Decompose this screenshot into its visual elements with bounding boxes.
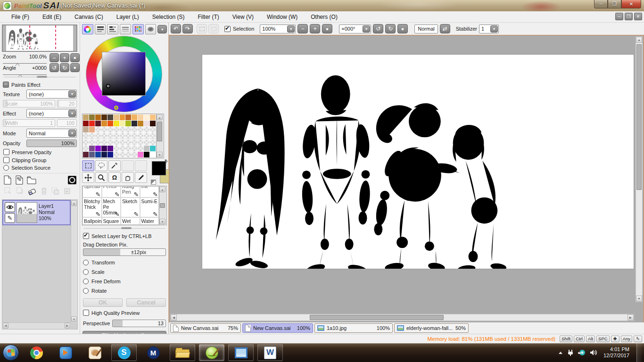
empty-swatch[interactable] — [120, 152, 125, 157]
menu-filter[interactable]: Filter (T) — [191, 12, 225, 22]
scale-radio[interactable] — [83, 269, 89, 275]
document-tab-3[interactable]: 1a10.jpg100% — [314, 323, 393, 333]
color-swatch[interactable] — [144, 152, 149, 157]
layer-paint-pencil-icon[interactable]: ✎ — [5, 213, 15, 223]
empty-swatch[interactable] — [125, 146, 131, 151]
scroll-down-icon[interactable]: ▼ — [159, 219, 165, 224]
layer-row-layer1[interactable]: ✎ Layer1 Normal 100% — [2, 200, 71, 225]
drawing-canvas[interactable] — [202, 54, 634, 269]
saturation-value-square[interactable] — [102, 52, 146, 96]
rotate-ccw-button[interactable]: ↺ — [50, 63, 59, 72]
chevron-down-icon[interactable]: ▼ — [287, 25, 295, 33]
modifier-key-ctrl[interactable]: Ctrl — [574, 336, 585, 342]
empty-swatch[interactable] — [107, 127, 113, 132]
color-swatch[interactable] — [120, 121, 125, 126]
brush-sumi-e[interactable]: Sumi-E✎ — [140, 197, 159, 217]
empty-swatch[interactable] — [95, 127, 101, 132]
eyedropper-tool[interactable] — [135, 172, 147, 183]
menu-layer[interactable]: Layer (L) — [110, 12, 146, 22]
color-swatch[interactable] — [125, 115, 131, 120]
perspective-slider[interactable]: 13 — [112, 320, 166, 327]
ok-button[interactable]: OK — [83, 298, 123, 307]
new-layer-icon[interactable] — [3, 175, 12, 186]
scroll-down-icon[interactable]: ▼ — [157, 152, 163, 157]
document-tab-4[interactable]: elderly-woman-fall...50% — [394, 323, 469, 333]
power-plug-icon[interactable] — [567, 349, 574, 356]
color-swatch[interactable] — [114, 115, 119, 120]
empty-swatch[interactable] — [150, 140, 156, 145]
color-swatch[interactable] — [83, 115, 89, 120]
empty-swatch[interactable] — [120, 146, 125, 151]
document-tab-1[interactable]: New Canvas.sai75% — [170, 323, 241, 333]
color-swatch[interactable] — [89, 152, 95, 157]
taskbar-chrome-button[interactable] — [24, 344, 49, 361]
volume-icon[interactable] — [590, 349, 597, 356]
color-swatch[interactable] — [95, 152, 101, 157]
empty-swatch[interactable] — [144, 127, 149, 132]
rotate-view-tool[interactable]: Ω — [108, 172, 121, 183]
empty-swatch[interactable] — [101, 133, 107, 139]
move-tool[interactable] — [82, 172, 94, 183]
brush-blotchy-thick[interactable]: BlotchyThick✎ — [83, 197, 102, 217]
zoom-in-button[interactable]: + — [60, 53, 69, 62]
free-deform-radio[interactable] — [83, 279, 89, 284]
canvas-rotate-ccw-button[interactable]: ↺ — [373, 24, 383, 33]
preserve-opacity-checkbox[interactable] — [3, 149, 9, 155]
taskbar-clock[interactable]: 4:01 PM 12/27/2017 — [603, 346, 629, 359]
taskbar-explorer-button[interactable] — [170, 344, 195, 361]
angle-reset-button[interactable]: ■ — [70, 63, 80, 72]
hq-preview-checkbox[interactable] — [83, 310, 89, 316]
menu-file[interactable]: File (F) — [5, 12, 36, 22]
empty-swatch[interactable] — [89, 140, 95, 145]
canvas-vertical-scrollbar[interactable]: ▲ ▼ — [636, 36, 643, 302]
scroll-down-icon[interactable]: ▼ — [71, 316, 77, 322]
color-swatch[interactable] — [144, 121, 149, 126]
color-swatch[interactable] — [138, 121, 143, 126]
empty-swatch[interactable] — [114, 133, 119, 139]
color-swatch[interactable] — [138, 115, 143, 120]
color-swatch[interactable] — [107, 146, 113, 151]
empty-swatch[interactable] — [83, 146, 89, 151]
opacity-slider[interactable]: 100% — [26, 140, 77, 147]
taskbar-word-button[interactable]: W — [257, 344, 283, 361]
layer-list-horizontal-scrollbar[interactable]: ◀ ▶ — [2, 322, 71, 329]
color-swatch[interactable] — [107, 121, 113, 126]
canvas-angle-select[interactable]: +000°▼ — [339, 25, 371, 33]
color-swatch[interactable] — [150, 115, 156, 120]
empty-swatch[interactable] — [95, 133, 101, 139]
color-swatch[interactable] — [107, 115, 113, 120]
selection-visibility-checkbox[interactable] — [224, 26, 231, 32]
undo-button[interactable]: ↶ — [171, 24, 181, 33]
brush-water[interactable]: Water — [140, 217, 159, 225]
color-swatch[interactable] — [120, 115, 125, 120]
hue-marker[interactable] — [114, 106, 118, 110]
angle-slider[interactable] — [3, 71, 47, 75]
modifier-key-spc[interactable]: SPC — [596, 336, 610, 342]
taskbar-sai-button[interactable] — [199, 344, 224, 361]
color-swatch[interactable] — [138, 152, 143, 157]
empty-swatch[interactable] — [107, 140, 113, 145]
scroll-left-icon[interactable]: ◀ — [171, 314, 177, 321]
canvas-zoom-out-button[interactable]: − — [297, 24, 308, 33]
canvas-horizontal-scrollbar[interactable]: ◀ ▶ — [170, 314, 634, 321]
color-swatch[interactable] — [144, 115, 149, 120]
empty-swatch[interactable] — [101, 140, 107, 145]
brush-wet[interactable]: Wet — [121, 217, 140, 225]
chevron-down-icon[interactable]: ▼ — [68, 110, 76, 117]
empty-swatch[interactable] — [120, 140, 125, 145]
select-layer-checkbox[interactable] — [83, 233, 89, 239]
transparent-color-icon[interactable] — [151, 180, 156, 185]
canvas-angle-reset-button[interactable]: ■ — [397, 24, 408, 33]
close-button[interactable]: ✕ — [621, 0, 641, 8]
brush-spread[interactable]: Spread✎ — [83, 186, 102, 197]
empty-swatch[interactable] — [125, 133, 131, 139]
magic-wand-tool[interactable] — [108, 160, 121, 171]
brush-mech-pe-05mm[interactable]: Mech Pe05mm✎ — [102, 197, 121, 217]
lasso-tool[interactable] — [95, 160, 107, 171]
scroll-up-icon[interactable]: ▲ — [71, 200, 77, 206]
chevron-down-icon[interactable]: ▼ — [68, 90, 76, 98]
chevron-down-icon[interactable]: ▼ — [68, 130, 76, 137]
layer-visible-eye-icon[interactable] — [5, 202, 15, 212]
hand-tool[interactable] — [122, 172, 134, 183]
restore-button[interactable]: ❐ — [608, 0, 621, 8]
